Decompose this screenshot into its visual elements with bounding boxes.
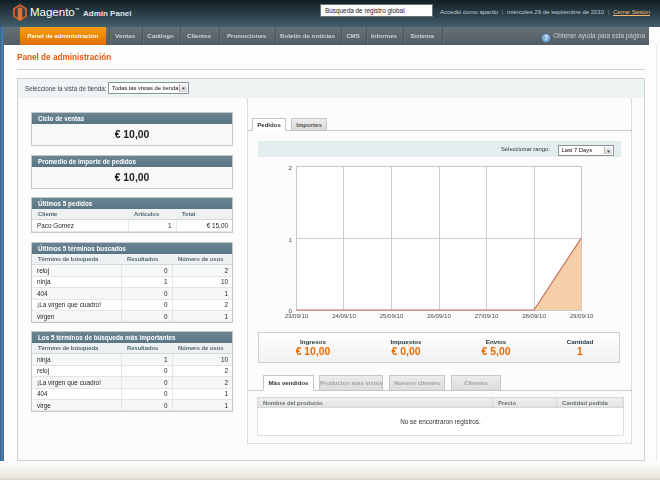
svg-text:29/09/10: 29/09/10 [570,312,594,319]
svg-text:26/09/10: 26/09/10 [427,312,451,319]
svg-text:23/09/10: 23/09/10 [285,312,309,319]
svg-text:27/09/10: 27/09/10 [475,312,499,319]
svg-text:25/09/10: 25/09/10 [380,312,404,319]
svg-text:28/09/10: 28/09/10 [522,312,546,319]
svg-text:24/09/10: 24/09/10 [332,312,356,319]
svg-text:2: 2 [289,164,293,171]
svg-text:1: 1 [289,236,293,243]
